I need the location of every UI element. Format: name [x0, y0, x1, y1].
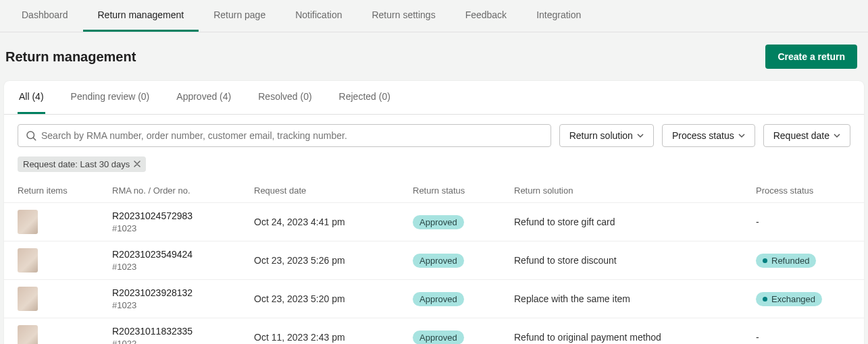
nav-notification[interactable]: Notification	[280, 0, 357, 32]
col-return-items: Return items	[18, 185, 112, 196]
close-icon[interactable]	[134, 159, 141, 169]
tab-resolved[interactable]: Resolved (0)	[257, 81, 313, 114]
rma-number: R20231024572983	[112, 210, 254, 221]
status-dot-icon	[763, 297, 767, 302]
tab-rejected[interactable]: Rejected (0)	[338, 81, 392, 114]
status-tabs: All (4) Pending review (0) Approved (4) …	[4, 81, 864, 115]
col-return-solution: Return solution	[514, 185, 756, 196]
tab-approved[interactable]: Approved (4)	[175, 81, 232, 114]
filter-label: Process status	[672, 130, 734, 141]
active-filters: Request date: Last 30 days	[4, 154, 864, 179]
rma-number: R20231011832335	[112, 326, 254, 337]
returns-table: Return items RMA no. / Order no. Request…	[4, 179, 864, 344]
caret-down-icon	[738, 132, 745, 139]
product-thumbnail	[18, 248, 38, 273]
search-field[interactable]	[18, 124, 551, 147]
table-row[interactable]: R20231011832335 #1022 Oct 11, 2023 2:43 …	[4, 318, 864, 344]
status-badge: Approved	[413, 215, 464, 229]
col-request-date: Request date	[254, 185, 413, 196]
nav-return-settings[interactable]: Return settings	[357, 0, 450, 32]
table-row[interactable]: R20231024572983 #1023 Oct 24, 2023 4:41 …	[4, 202, 864, 241]
page-header: Return management Create a return	[0, 32, 868, 81]
controls-row: Return solution Process status Request d…	[4, 115, 864, 154]
request-date: Oct 23, 2023 5:20 pm	[254, 293, 413, 304]
product-thumbnail	[18, 210, 38, 234]
col-return-status: Return status	[413, 185, 514, 196]
search-input[interactable]	[37, 129, 544, 142]
return-solution: Refund to original payment method	[514, 332, 756, 343]
process-status: -	[756, 217, 850, 227]
caret-down-icon	[637, 132, 644, 139]
filter-request-date[interactable]: Request date	[763, 124, 850, 147]
rma-number: R20231023549424	[112, 249, 254, 260]
status-badge: Approved	[413, 292, 464, 306]
status-badge: Approved	[413, 254, 464, 268]
filter-return-solution[interactable]: Return solution	[559, 124, 654, 147]
search-icon	[25, 130, 37, 142]
filter-label: Return solution	[569, 130, 633, 141]
return-solution: Refund to store gift card	[514, 217, 756, 227]
col-rma: RMA no. / Order no.	[112, 185, 254, 196]
page-title: Return management	[5, 49, 136, 65]
filter-label: Request date	[773, 130, 829, 141]
top-nav: Dashboard Return management Return page …	[0, 0, 868, 32]
order-number: #1023	[112, 223, 254, 233]
tab-pending-review[interactable]: Pending review (0)	[70, 81, 151, 114]
process-status-badge: Exchanged	[756, 292, 822, 306]
order-number: #1023	[112, 300, 254, 310]
rma-number: R20231023928132	[112, 287, 254, 298]
returns-card: All (4) Pending review (0) Approved (4) …	[4, 81, 864, 344]
nav-return-management[interactable]: Return management	[83, 0, 199, 32]
table-header: Return items RMA no. / Order no. Request…	[4, 179, 864, 202]
request-date: Oct 24, 2023 4:41 pm	[254, 217, 413, 227]
filter-process-status[interactable]: Process status	[662, 124, 755, 147]
process-status: -	[756, 332, 850, 343]
svg-point-0	[27, 132, 34, 139]
tab-all[interactable]: All (4)	[18, 81, 45, 114]
caret-down-icon	[834, 132, 840, 139]
product-thumbnail	[18, 325, 38, 344]
status-badge: Approved	[413, 331, 464, 345]
col-process-status: Process status	[756, 185, 850, 196]
nav-feedback[interactable]: Feedback	[451, 0, 521, 32]
chip-label: Request date: Last 30 days	[23, 159, 130, 169]
svg-line-1	[33, 138, 35, 140]
nav-dashboard[interactable]: Dashboard	[7, 0, 83, 32]
status-dot-icon	[763, 258, 767, 263]
nav-integration[interactable]: Integration	[521, 0, 596, 32]
request-date: Oct 11, 2023 2:43 pm	[254, 332, 413, 343]
nav-return-page[interactable]: Return page	[199, 0, 280, 32]
filter-chip-request-date: Request date: Last 30 days	[18, 156, 146, 172]
order-number: #1022	[112, 339, 254, 344]
create-return-button[interactable]: Create a return	[765, 45, 857, 69]
product-thumbnail	[18, 287, 38, 311]
table-row[interactable]: R20231023928132 #1023 Oct 23, 2023 5:20 …	[4, 279, 864, 318]
request-date: Oct 23, 2023 5:26 pm	[254, 255, 413, 266]
process-status-badge: Refunded	[756, 254, 816, 268]
table-row[interactable]: R20231023549424 #1023 Oct 23, 2023 5:26 …	[4, 241, 864, 279]
return-solution: Refund to store discount	[514, 255, 756, 266]
return-solution: Replace with the same item	[514, 293, 756, 304]
order-number: #1023	[112, 262, 254, 272]
